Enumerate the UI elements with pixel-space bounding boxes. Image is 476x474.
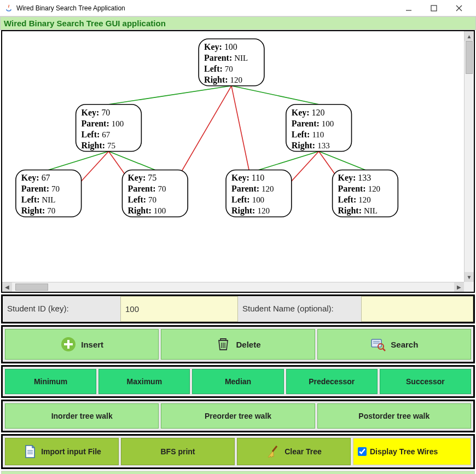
svg-line-5	[231, 86, 319, 105]
svg-text:Key: 120: Key: 120	[292, 108, 325, 118]
plus-icon	[60, 336, 77, 352]
svg-text:Left: 70: Left: 70	[204, 64, 233, 73]
svg-text:Parent: 100: Parent: 100	[292, 119, 334, 128]
svg-text:Right: 133: Right: 133	[292, 141, 330, 151]
vertical-scrollbar[interactable]: ▲▼	[464, 31, 474, 282]
svg-text:Key: 110: Key: 110	[231, 173, 264, 183]
svg-text:Key: 70: Key: 70	[82, 108, 111, 118]
window-titlebar: Wired Binary Search Tree Application	[0, 0, 476, 16]
maximize-button[interactable]	[421, 0, 446, 16]
horizontal-scrollbar[interactable]: ◀▶	[2, 282, 464, 292]
bfs-print-button[interactable]: BFS print	[121, 438, 235, 465]
tree-canvas-panel: Key: 100Parent: NILLeft: 70Right: 120Key…	[1, 30, 475, 293]
tree-canvas[interactable]: Key: 100Parent: NILLeft: 70Right: 120Key…	[4, 33, 464, 282]
close-button[interactable]	[446, 0, 472, 16]
svg-text:Right: 100: Right: 100	[127, 206, 166, 216]
app-subtitle: Wired Binary Search Tree GUI application	[0, 16, 476, 30]
svg-text:Key: 100: Key: 100	[204, 42, 237, 52]
svg-line-65	[272, 446, 277, 452]
svg-text:Parent: 100: Parent: 100	[82, 119, 124, 128]
import-label: Import input File	[41, 447, 101, 456]
svg-text:Parent: 120: Parent: 120	[338, 184, 381, 193]
display-wires-checkbox-wrap[interactable]: Display Tree Wires	[353, 438, 471, 465]
svg-text:Left: 100: Left: 100	[231, 195, 264, 204]
delete-button[interactable]: Delete	[161, 329, 315, 360]
minimum-button[interactable]: Minimum	[5, 369, 96, 394]
svg-rect-1	[431, 5, 437, 11]
svg-text:Parent: NIL: Parent: NIL	[204, 53, 248, 62]
import-file-button[interactable]: Import input File	[5, 438, 119, 465]
inorder-walk-button[interactable]: Inorder tree walk	[5, 403, 159, 429]
main-button-row: Insert Delete Search	[1, 325, 475, 363]
insert-label: Insert	[81, 340, 103, 349]
window-title: Wired Binary Search Tree Application	[16, 4, 396, 12]
predecessor-button[interactable]: Predecessor	[286, 369, 378, 394]
display-wires-label: Display Tree Wires	[370, 447, 438, 456]
student-id-input[interactable]	[120, 296, 238, 322]
svg-text:Key: 75: Key: 75	[127, 173, 156, 183]
broom-icon	[266, 444, 281, 459]
svg-line-4	[109, 86, 232, 105]
walk-button-row: Inorder tree walk Preorder tree walk Pos…	[1, 400, 475, 432]
svg-text:Left: 120: Left: 120	[338, 195, 371, 204]
status-bar: >Inorder tree walk: 67 --> 70 --> 75 -->…	[1, 471, 475, 474]
svg-text:Left: 67: Left: 67	[82, 130, 111, 139]
student-name-label: Student Name (optional):	[238, 296, 361, 322]
clear-label: Clear Tree	[285, 447, 322, 456]
svg-text:Right: 70: Right: 70	[21, 206, 55, 216]
median-button[interactable]: Median	[192, 369, 283, 394]
display-wires-checkbox[interactable]	[358, 447, 367, 456]
svg-text:Left: 70: Left: 70	[127, 195, 156, 204]
svg-text:Left: NIL: Left: NIL	[21, 195, 56, 204]
svg-line-61	[383, 349, 385, 351]
svg-text:Parent: 70: Parent: 70	[127, 184, 166, 193]
util-button-row: Import input File BFS print Clear Tree D…	[1, 434, 475, 469]
svg-text:Parent: 120: Parent: 120	[231, 184, 274, 193]
input-row: Student ID (key): Student Name (optional…	[1, 294, 475, 323]
preorder-walk-button[interactable]: Preorder tree walk	[161, 403, 315, 429]
insert-button[interactable]: Insert	[5, 329, 159, 360]
java-icon	[4, 4, 13, 13]
trash-icon	[215, 336, 231, 352]
successor-button[interactable]: Successor	[380, 369, 471, 394]
svg-text:Parent: 70: Parent: 70	[21, 184, 60, 193]
svg-text:Right: 75: Right: 75	[82, 141, 115, 151]
maximum-button[interactable]: Maximum	[98, 369, 190, 394]
search-button[interactable]: Search	[317, 329, 471, 360]
file-icon	[22, 444, 38, 459]
svg-text:Key: 133: Key: 133	[338, 173, 371, 183]
svg-text:Key: 67: Key: 67	[21, 173, 50, 183]
search-icon	[370, 336, 386, 352]
delete-label: Delete	[236, 340, 260, 349]
student-name-input[interactable]	[361, 296, 473, 322]
clear-tree-button[interactable]: Clear Tree	[237, 438, 351, 465]
query-button-row: Minimum Maximum Median Predecessor Succe…	[1, 365, 475, 398]
search-label: Search	[391, 340, 418, 349]
svg-text:Right: 120: Right: 120	[204, 75, 242, 85]
student-id-label: Student ID (key):	[3, 296, 120, 322]
minimize-button[interactable]	[396, 0, 421, 16]
postorder-walk-button[interactable]: Postorder tree walk	[317, 403, 471, 429]
svg-text:Left: 110: Left: 110	[292, 130, 324, 139]
svg-text:Right: NIL: Right: NIL	[338, 206, 378, 216]
svg-text:Right: 120: Right: 120	[231, 206, 270, 216]
